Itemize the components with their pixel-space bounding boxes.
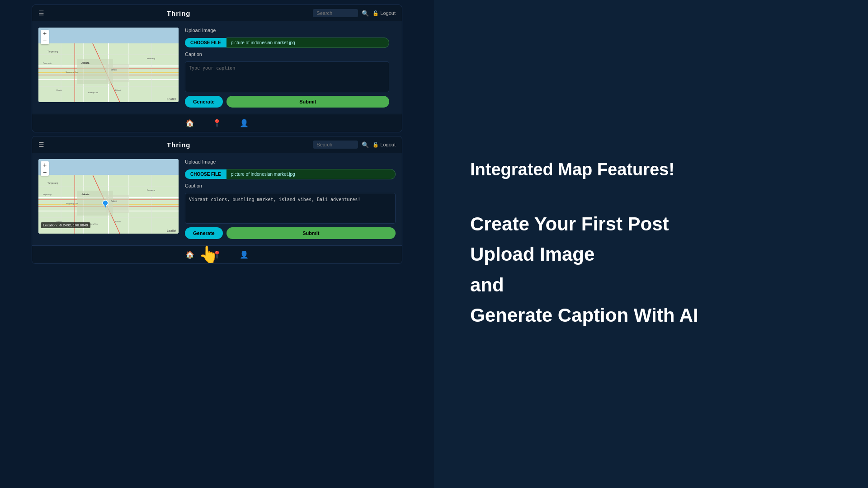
caption-textarea-bottom[interactable] [185, 193, 396, 224]
top-navbar: ☰ Thring 🔍 🔓 Logout [32, 5, 402, 21]
map-zoom-controls-bottom[interactable]: + − [41, 161, 49, 176]
svg-text:Jakarta: Jakarta [81, 193, 90, 196]
file-name-display-bottom: picture of indonesian market.jpg [226, 169, 396, 179]
search-icon-top[interactable]: 🔍 [362, 10, 369, 17]
svg-text:Bekasi: Bekasi [115, 89, 121, 91]
cursor-hand-bottom: 👆 [198, 245, 219, 264]
step-create-post: Create Your First Post [470, 209, 698, 239]
navbar-right: 🔍 🔓 Logout [313, 9, 396, 17]
file-upload-row-top: CHOOSE FILE picture of indonesian market… [185, 38, 389, 48]
map-location-label: Location: -6.2402, 106.8849 [41, 222, 90, 228]
btn-row-top: Generate Submit [185, 96, 389, 108]
top-card-body: + − [32, 21, 402, 114]
svg-text:Bekasi: Bekasi [111, 69, 117, 71]
svg-text:Karawang: Karawang [147, 57, 155, 60]
svg-rect-18 [106, 64, 129, 82]
logout-btn-bottom[interactable]: 🔓 Logout [373, 142, 396, 148]
generate-btn-top[interactable]: Generate [185, 96, 223, 108]
svg-text:Bekasi: Bekasi [111, 200, 117, 202]
right-panel: Integrated Map Features! Create Your Fir… [434, 0, 868, 488]
app-title-top: Thring [167, 9, 191, 17]
choose-file-btn-bottom[interactable]: CHOOSE FILE [185, 169, 226, 179]
navbar-right-bottom: 🔍 🔓 Logout [313, 141, 396, 149]
upload-label-bottom: Upload Image [185, 159, 396, 164]
search-icon-bottom[interactable]: 🔍 [362, 141, 369, 148]
svg-text:Tangerang Kota: Tangerang Kota [66, 71, 79, 73]
zoom-out-bottom[interactable]: − [43, 169, 47, 176]
svg-rect-46 [106, 195, 129, 213]
step-and: and [470, 270, 698, 300]
profile-icon-bottom[interactable]: 👤 [240, 250, 249, 259]
svg-text:Pagerwojo: Pagerwojo [43, 193, 52, 196]
location-icon-top[interactable]: 📍 [212, 119, 222, 127]
choose-file-btn-top[interactable]: CHOOSE FILE [185, 38, 226, 47]
top-app-card: ☰ Thring 🔍 🔓 Logout + − [32, 5, 402, 132]
feature-heading: Integrated Map Features! [470, 158, 675, 182]
logout-btn-top[interactable]: 🔓 Logout [373, 10, 396, 16]
file-upload-row-bottom: CHOOSE FILE picture of indonesian market… [185, 169, 396, 179]
svg-text:Tangerang: Tangerang [47, 50, 58, 53]
caption-label-top: Caption [185, 52, 389, 57]
zoom-out[interactable]: − [43, 37, 47, 44]
menu-icon[interactable]: ☰ [38, 9, 44, 17]
submit-btn-top[interactable]: Submit [226, 96, 389, 108]
app-title-bottom: Thring [167, 141, 191, 149]
menu-icon-bottom[interactable]: ☰ [38, 141, 44, 148]
zoom-in[interactable]: + [43, 30, 47, 37]
feature-steps: Create Your First Post Upload Image and … [470, 209, 698, 330]
svg-text:Pagerwojo: Pagerwojo [43, 62, 52, 64]
svg-text:Karawang: Karawang [147, 189, 155, 191]
map-attribution: Leaflet [167, 98, 176, 101]
bottom-form-area: Upload Image CHOOSE FILE picture of indo… [185, 159, 396, 239]
svg-text:Tangerang Kota: Tangerang Kota [66, 202, 79, 205]
bottom-card-body: + − [32, 153, 402, 245]
map-attribution-bottom: Leaflet [167, 229, 176, 232]
svg-rect-1 [38, 28, 179, 46]
svg-text:Karang Kota: Karang Kota [88, 91, 99, 94]
bottom-map[interactable]: + − [38, 159, 179, 234]
svg-text:Depok: Depok [57, 89, 62, 91]
submit-btn-bottom[interactable]: Submit [226, 227, 396, 239]
upload-label-top: Upload Image [185, 28, 389, 33]
caption-label-bottom: Caption [185, 183, 396, 188]
left-panel: ☰ Thring 🔍 🔓 Logout + − [0, 0, 434, 488]
profile-icon-top[interactable]: 👤 [240, 119, 249, 127]
home-icon-top[interactable]: 🏠 [185, 119, 194, 127]
bottom-navbar: ☰ Thring 🔍 🔓 Logout [32, 136, 402, 153]
bottom-app-card: ☰ Thring 🔍 🔓 Logout + − [32, 136, 402, 264]
file-name-display-top: picture of indonesian market.jpg [226, 38, 389, 48]
svg-text:Bekasi: Bekasi [115, 221, 121, 223]
zoom-in-bottom[interactable]: + [43, 161, 47, 169]
step-upload-image: Upload Image [470, 239, 698, 269]
search-input-top[interactable] [313, 9, 358, 17]
top-form-area: Upload Image CHOOSE FILE picture of indo… [185, 28, 389, 108]
step-generate-caption: Generate Caption With AI [470, 300, 698, 330]
svg-rect-29 [38, 159, 179, 177]
home-icon-bottom[interactable]: 🏠 [185, 250, 194, 259]
top-bottom-nav: 🏠 📍 👤 [32, 114, 402, 132]
generate-btn-bottom[interactable]: Generate [185, 227, 223, 239]
search-input-bottom[interactable] [313, 141, 358, 149]
svg-text:Tangerang: Tangerang [47, 182, 58, 184]
btn-row-bottom: Generate Submit [185, 227, 396, 239]
top-map[interactable]: + − [38, 28, 179, 102]
svg-text:Jakarta: Jakarta [81, 61, 90, 64]
map-zoom-controls[interactable]: + − [41, 30, 49, 44]
caption-textarea-top[interactable] [185, 61, 389, 92]
